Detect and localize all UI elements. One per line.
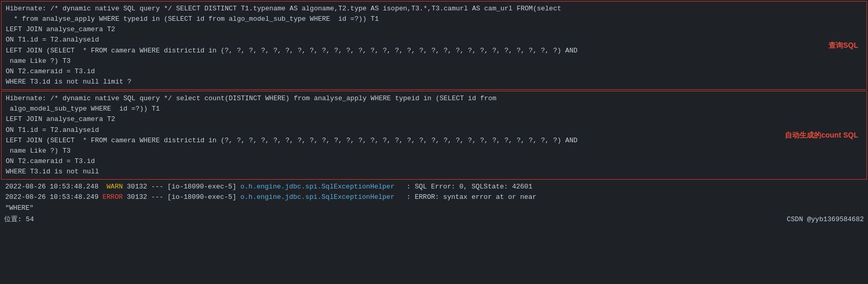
error-where-line: "WHERE" <box>5 203 863 213</box>
query-sql-label: 查询SQL <box>828 41 858 50</box>
sql-line-2: * from analyse_apply WHERE typeid in (SE… <box>6 14 862 24</box>
count-line-1: Hibernate: /* dynamic native SQL query *… <box>6 93 862 104</box>
sql-line-5: LEFT JOIN (SELECT * FROM camera WHERE di… <box>6 46 862 56</box>
sql-line-3: LEFT JOIN analyse_camera T2 <box>6 24 862 35</box>
query-sql-section: 查询SQL Hibernate: /* dynamic native SQL q… <box>1 1 867 90</box>
count-line-5: LEFT JOIN (SELECT * FROM camera WHERE di… <box>6 136 862 146</box>
count-sql-label: 自动生成的count SQL <box>785 131 858 140</box>
terminal: 查询SQL Hibernate: /* dynamic native SQL q… <box>0 0 868 284</box>
warn-level: WARN <box>107 183 123 191</box>
count-line-7: ON T2.cameraid = T3.id <box>6 156 862 167</box>
sql-line-7: ON T2.cameraid = T3.id <box>6 66 862 77</box>
position-label: 位置: 54 <box>4 214 34 225</box>
count-line-2: algo_model_sub_type WHERE id =?)) T1 <box>6 104 862 114</box>
count-line-3: LEFT JOIN analyse_camera T2 <box>6 114 862 125</box>
sql-line-4: ON T1.id = T2.analyseid <box>6 35 862 45</box>
log-section: 2022-08-26 10:53:48.248 WARN 30132 --- [… <box>1 181 867 213</box>
count-line-6: name Like ?) T3 <box>6 146 862 156</box>
count-line-8: WHERE T3.id is not null <box>6 167 862 177</box>
warn-log-line: 2022-08-26 10:53:48.248 WARN 30132 --- [… <box>5 182 863 192</box>
error-class: o.h.engine.jdbc.spi.SqlExceptionHelper <box>241 193 394 201</box>
count-sql-section: 自动生成的count SQL Hibernate: /* dynamic nat… <box>1 91 867 180</box>
error-level: ERROR <box>102 193 123 201</box>
sql-line-8: WHERE T3.id is not null limit ? <box>6 77 862 87</box>
csdn-watermark: CSDN @yyb1369584682 <box>787 214 864 225</box>
count-line-4: ON T1.id = T2.analyseid <box>6 125 862 136</box>
warn-class: o.h.engine.jdbc.spi.SqlExceptionHelper <box>241 183 394 191</box>
footer: 位置: 54 CSDN @yyb1369584682 <box>0 213 868 226</box>
error-date: 2022-08-26 10:53:48.249 <box>5 193 98 201</box>
warn-date: 2022-08-26 10:53:48.248 <box>5 183 98 191</box>
sql-line-6: name Like ?) T3 <box>6 56 862 66</box>
error-log-line: 2022-08-26 10:53:48.249 ERROR 30132 --- … <box>5 192 863 202</box>
sql-line-1: Hibernate: /* dynamic native SQL query *… <box>6 4 862 14</box>
